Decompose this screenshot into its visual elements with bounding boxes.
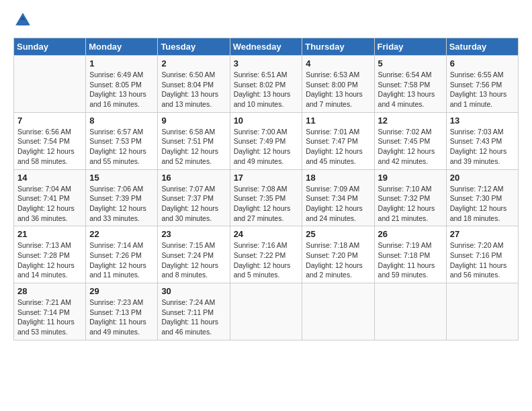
header [13, 11, 519, 30]
day-number: 18 [306, 173, 370, 183]
day-info: Sunrise: 7:18 AMSunset: 7:20 PMDaylight:… [306, 240, 370, 280]
day-number: 27 [450, 229, 515, 239]
day-cell: 10Sunrise: 7:00 AMSunset: 7:49 PMDayligh… [230, 112, 302, 169]
day-number: 10 [234, 116, 299, 126]
day-number: 21 [17, 229, 82, 239]
day-info: Sunrise: 6:49 AMSunset: 8:05 PMDaylight:… [89, 70, 154, 109]
day-number: 22 [89, 229, 154, 239]
day-info: Sunrise: 6:58 AMSunset: 7:51 PMDaylight:… [161, 127, 226, 167]
weekday-header-row: SundayMondayTuesdayWednesdayThursdayFrid… [14, 38, 519, 56]
day-info: Sunrise: 6:51 AMSunset: 8:02 PMDaylight:… [234, 70, 299, 109]
day-number: 30 [161, 286, 226, 296]
day-cell: 15Sunrise: 7:06 AMSunset: 7:39 PMDayligh… [86, 169, 158, 226]
day-info: Sunrise: 7:04 AMSunset: 7:41 PMDaylight:… [17, 184, 82, 224]
day-cell: 22Sunrise: 7:14 AMSunset: 7:26 PMDayligh… [86, 226, 158, 283]
day-info: Sunrise: 7:00 AMSunset: 7:49 PMDaylight:… [234, 127, 299, 167]
day-number: 23 [161, 229, 226, 239]
day-info: Sunrise: 7:07 AMSunset: 7:37 PMDaylight:… [161, 184, 226, 224]
day-info: Sunrise: 6:57 AMSunset: 7:53 PMDaylight:… [89, 127, 154, 167]
day-info: Sunrise: 7:15 AMSunset: 7:24 PMDaylight:… [161, 240, 226, 280]
day-number: 8 [89, 116, 154, 126]
day-cell [446, 283, 518, 340]
day-number: 4 [306, 58, 370, 68]
day-info: Sunrise: 6:53 AMSunset: 8:00 PMDaylight:… [306, 70, 370, 109]
day-cell: 25Sunrise: 7:18 AMSunset: 7:20 PMDayligh… [302, 226, 374, 283]
day-info: Sunrise: 6:55 AMSunset: 7:56 PMDaylight:… [450, 70, 515, 109]
day-info: Sunrise: 7:02 AMSunset: 7:45 PMDaylight:… [378, 127, 443, 167]
week-row-4: 21Sunrise: 7:13 AMSunset: 7:28 PMDayligh… [14, 226, 519, 283]
day-cell: 6Sunrise: 6:55 AMSunset: 7:56 PMDaylight… [446, 56, 518, 113]
day-info: Sunrise: 6:50 AMSunset: 8:04 PMDaylight:… [161, 70, 226, 109]
day-info: Sunrise: 7:01 AMSunset: 7:47 PMDaylight:… [306, 127, 370, 167]
day-cell: 4Sunrise: 6:53 AMSunset: 8:00 PMDaylight… [302, 56, 374, 113]
day-cell: 30Sunrise: 7:24 AMSunset: 7:11 PMDayligh… [158, 283, 230, 340]
weekday-thursday: Thursday [302, 38, 374, 56]
day-number: 19 [378, 173, 443, 183]
day-info: Sunrise: 7:21 AMSunset: 7:14 PMDaylight:… [17, 298, 82, 337]
day-info: Sunrise: 7:06 AMSunset: 7:39 PMDaylight:… [89, 184, 154, 224]
logo-icon [13, 11, 32, 30]
day-number: 15 [89, 173, 154, 183]
day-info: Sunrise: 7:13 AMSunset: 7:28 PMDaylight:… [17, 240, 82, 280]
day-cell: 3Sunrise: 6:51 AMSunset: 8:02 PMDaylight… [230, 56, 302, 113]
day-cell: 5Sunrise: 6:54 AMSunset: 7:58 PMDaylight… [374, 56, 446, 113]
day-cell: 2Sunrise: 6:50 AMSunset: 8:04 PMDaylight… [158, 56, 230, 113]
day-number: 12 [378, 116, 443, 126]
day-number: 11 [306, 116, 370, 126]
week-row-3: 14Sunrise: 7:04 AMSunset: 7:41 PMDayligh… [14, 169, 519, 226]
day-cell: 27Sunrise: 7:20 AMSunset: 7:16 PMDayligh… [446, 226, 518, 283]
day-number: 26 [378, 229, 443, 239]
day-cell: 1Sunrise: 6:49 AMSunset: 8:05 PMDaylight… [86, 56, 158, 113]
day-cell: 13Sunrise: 7:03 AMSunset: 7:43 PMDayligh… [446, 112, 518, 169]
day-cell: 19Sunrise: 7:10 AMSunset: 7:32 PMDayligh… [374, 169, 446, 226]
day-info: Sunrise: 7:03 AMSunset: 7:43 PMDaylight:… [450, 127, 515, 167]
weekday-sunday: Sunday [14, 38, 86, 56]
weekday-saturday: Saturday [446, 38, 518, 56]
svg-rect-2 [19, 20, 27, 26]
day-info: Sunrise: 7:16 AMSunset: 7:22 PMDaylight:… [234, 240, 299, 280]
day-cell [14, 56, 86, 113]
day-number: 16 [161, 173, 226, 183]
day-cell: 18Sunrise: 7:09 AMSunset: 7:34 PMDayligh… [302, 169, 374, 226]
day-number: 29 [89, 286, 154, 296]
weekday-wednesday: Wednesday [230, 38, 302, 56]
weekday-tuesday: Tuesday [158, 38, 230, 56]
day-cell: 29Sunrise: 7:23 AMSunset: 7:13 PMDayligh… [86, 283, 158, 340]
day-cell: 12Sunrise: 7:02 AMSunset: 7:45 PMDayligh… [374, 112, 446, 169]
day-number: 14 [17, 173, 82, 183]
day-cell: 20Sunrise: 7:12 AMSunset: 7:30 PMDayligh… [446, 169, 518, 226]
day-cell: 23Sunrise: 7:15 AMSunset: 7:24 PMDayligh… [158, 226, 230, 283]
weekday-monday: Monday [86, 38, 158, 56]
day-info: Sunrise: 7:23 AMSunset: 7:13 PMDaylight:… [89, 298, 154, 337]
weekday-friday: Friday [374, 38, 446, 56]
day-info: Sunrise: 7:12 AMSunset: 7:30 PMDaylight:… [450, 184, 515, 224]
day-cell: 16Sunrise: 7:07 AMSunset: 7:37 PMDayligh… [158, 169, 230, 226]
day-number: 24 [234, 229, 299, 239]
week-row-5: 28Sunrise: 7:21 AMSunset: 7:14 PMDayligh… [14, 283, 519, 340]
day-number: 5 [378, 58, 443, 68]
day-cell: 21Sunrise: 7:13 AMSunset: 7:28 PMDayligh… [14, 226, 86, 283]
day-cell: 8Sunrise: 6:57 AMSunset: 7:53 PMDaylight… [86, 112, 158, 169]
day-number: 28 [17, 286, 82, 296]
day-info: Sunrise: 7:14 AMSunset: 7:26 PMDaylight:… [89, 240, 154, 280]
day-number: 6 [450, 58, 515, 68]
day-number: 20 [450, 173, 515, 183]
day-cell: 9Sunrise: 6:58 AMSunset: 7:51 PMDaylight… [158, 112, 230, 169]
day-cell [374, 283, 446, 340]
day-cell: 28Sunrise: 7:21 AMSunset: 7:14 PMDayligh… [14, 283, 86, 340]
day-cell: 24Sunrise: 7:16 AMSunset: 7:22 PMDayligh… [230, 226, 302, 283]
day-number: 7 [17, 116, 82, 126]
day-number: 1 [89, 58, 154, 68]
day-number: 2 [161, 58, 226, 68]
day-cell: 11Sunrise: 7:01 AMSunset: 7:47 PMDayligh… [302, 112, 374, 169]
day-cell: 14Sunrise: 7:04 AMSunset: 7:41 PMDayligh… [14, 169, 86, 226]
day-number: 3 [234, 58, 299, 68]
day-cell: 7Sunrise: 6:56 AMSunset: 7:54 PMDaylight… [14, 112, 86, 169]
day-number: 25 [306, 229, 370, 239]
day-number: 17 [234, 173, 299, 183]
day-cell: 26Sunrise: 7:19 AMSunset: 7:18 PMDayligh… [374, 226, 446, 283]
page: SundayMondayTuesdayWednesdayThursdayFrid… [0, 0, 532, 347]
day-info: Sunrise: 7:09 AMSunset: 7:34 PMDaylight:… [306, 184, 370, 224]
logo [13, 11, 35, 30]
day-info: Sunrise: 7:19 AMSunset: 7:18 PMDaylight:… [378, 240, 443, 280]
